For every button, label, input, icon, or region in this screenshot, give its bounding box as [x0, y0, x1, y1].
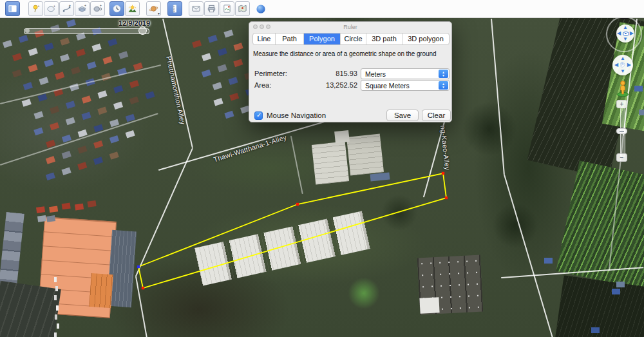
email-button[interactable] — [189, 1, 204, 16]
svg-text:+: + — [100, 4, 102, 7]
stepper-icon: ▲▼ — [439, 70, 448, 78]
move-left-icon[interactable]: ◀ — [614, 63, 618, 68]
dropdown-arrow-icon: ▼ — [157, 12, 160, 15]
time-slider-track[interactable] — [24, 28, 149, 34]
move-joystick[interactable]: ▲ ▼ ◀ ▶ — [612, 55, 633, 75]
add-path-button[interactable]: + — [59, 1, 74, 16]
tab-line[interactable]: Line — [253, 34, 275, 44]
dialog-description: Measure the distance or area of a geomet… — [253, 50, 450, 57]
polygon-icon: + — [46, 4, 56, 14]
earth-button[interactable] — [253, 1, 268, 16]
save-image-icon — [222, 4, 232, 14]
hand-icon — [619, 61, 626, 68]
sidebar-icon — [8, 4, 17, 14]
area-label: Area: — [254, 81, 271, 89]
ruler-tab-bar: Line Path Polygon Circle 3D path 3D poly… — [252, 33, 450, 45]
clock-icon — [112, 4, 122, 14]
tab-3d-path[interactable]: 3D path — [366, 34, 402, 44]
look-left-icon[interactable]: ◀ — [617, 31, 621, 36]
svg-text:+: + — [84, 4, 86, 7]
look-joystick[interactable]: ▲ ▼ ◀ ▶ — [616, 24, 634, 43]
time-slider-left-cap[interactable] — [25, 28, 30, 33]
google-earth-window: Phutthamonthon Alley Thawi-Watthana-1-Al… — [0, 0, 644, 337]
dialog-title: Ruler — [249, 24, 451, 30]
record-tour-icon: + — [93, 4, 102, 14]
area-unit-select[interactable]: Square Meters ▲▼ — [361, 80, 450, 91]
perimeter-label: Perimeter: — [254, 70, 287, 77]
print-icon — [207, 4, 216, 14]
email-icon — [191, 4, 201, 14]
earth-icon — [256, 4, 266, 14]
tab-circle[interactable]: Circle — [340, 34, 366, 44]
stepper-icon: ▲▼ — [439, 81, 448, 90]
perimeter-unit-value: Meters — [365, 70, 386, 78]
svg-text:+: + — [37, 4, 39, 8]
perimeter-unit-select[interactable]: Meters ▲▼ — [361, 68, 450, 79]
time-slider-handle[interactable] — [138, 26, 147, 35]
zoom-out-button[interactable]: − — [616, 153, 627, 162]
area-value: 13,252.52 — [294, 81, 357, 89]
look-down-icon[interactable]: ▼ — [623, 37, 628, 42]
google-maps-icon — [238, 4, 247, 14]
sidebar-toggle-button[interactable] — [5, 1, 20, 16]
add-polygon-button[interactable]: + — [44, 1, 59, 16]
tab-polygon[interactable]: Polygon — [303, 34, 340, 44]
save-button[interactable]: Save — [386, 110, 419, 121]
move-down-icon[interactable]: ▼ — [620, 69, 625, 74]
path-icon: + — [62, 4, 71, 14]
sunlight-button[interactable] — [125, 1, 140, 16]
perimeter-value: 815.93 — [294, 70, 357, 77]
move-up-icon[interactable]: ▲ — [620, 56, 625, 61]
view-in-google-maps-button[interactable] — [235, 1, 250, 16]
svg-text:+: + — [53, 4, 55, 8]
look-up-icon[interactable]: ▲ — [623, 25, 628, 30]
clear-button[interactable]: Clear — [422, 110, 451, 121]
add-image-overlay-button[interactable]: + — [75, 1, 90, 16]
zoom-slider-handle[interactable] — [616, 128, 627, 134]
look-right-icon[interactable]: ▶ — [630, 31, 634, 36]
move-right-icon[interactable]: ▶ — [627, 63, 631, 68]
tab-3d-polygon[interactable]: 3D polygon — [402, 34, 449, 44]
sun-icon — [128, 4, 137, 14]
pegman-icon[interactable] — [616, 80, 630, 97]
save-image-button[interactable] — [220, 1, 234, 16]
placemark-icon: + — [31, 4, 41, 14]
mouse-navigation-checkbox[interactable] — [254, 111, 263, 120]
ruler-dialog: Ruler Line Path Polygon Circle 3D path 3… — [249, 21, 452, 122]
ruler-icon — [170, 4, 180, 14]
print-button[interactable] — [204, 1, 219, 16]
imagery-date-label: 12/9/2019 — [90, 19, 150, 27]
add-placemark-button[interactable]: + — [28, 1, 43, 16]
eye-icon — [623, 32, 629, 36]
dialog-titlebar: Ruler — [249, 22, 451, 32]
tab-path[interactable]: Path — [275, 34, 303, 44]
record-tour-button[interactable]: + — [90, 1, 105, 16]
svg-text:+: + — [69, 4, 71, 7]
main-toolbar: + + + + — [0, 0, 644, 18]
mouse-navigation-label: Mouse Navigation — [267, 111, 326, 119]
planets-button[interactable]: ▼ — [146, 1, 161, 16]
historical-imagery-button[interactable] — [109, 1, 124, 16]
image-overlay-icon: + — [77, 4, 87, 14]
area-unit-value: Square Meters — [365, 82, 410, 90]
ruler-button[interactable] — [167, 1, 182, 16]
